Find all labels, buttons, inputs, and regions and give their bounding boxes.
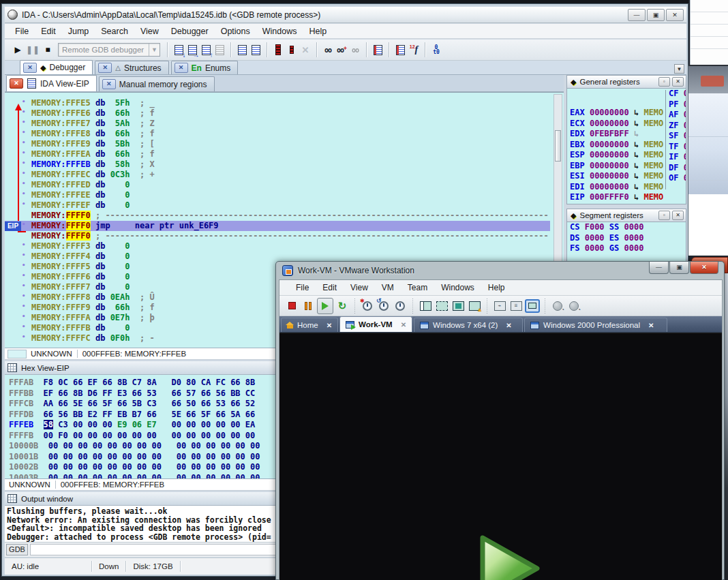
function-list-icon[interactable]: 12f: [407, 42, 421, 57]
close-tab-icon[interactable]: ✕: [10, 78, 23, 89]
segment-register-row[interactable]: FS 0000 GS 0000: [567, 243, 686, 254]
breakpoint-list-icon[interactable]: [271, 42, 285, 57]
disasm-line[interactable]: •MEMORY:FFFEC db 0C3h ; +: [5, 170, 553, 180]
flag-row[interactable]: IF 0: [669, 152, 686, 163]
module-list-icon[interactable]: [371, 42, 384, 57]
general-registers-body[interactable]: EAX 00000000 ↳ MEMOECX 00000000 ↳ MEMOED…: [566, 89, 686, 204]
close-tab-icon[interactable]: ✕: [98, 63, 112, 73]
vm-menu-item-edit[interactable]: Edit: [316, 281, 344, 294]
register-row[interactable]: EAX 00000000 ↳ MEMO: [567, 108, 686, 119]
unity-warning-icon[interactable]: [466, 298, 483, 314]
library-view-icon[interactable]: [524, 298, 541, 314]
show-sidebar-icon[interactable]: [417, 298, 434, 314]
summary-view-icon[interactable]: ≡: [508, 298, 524, 314]
open-stack-icon[interactable]: [235, 42, 249, 57]
suspend-icon[interactable]: [300, 298, 316, 314]
menu-item-view[interactable]: View: [134, 25, 165, 37]
tab-overflow-icon[interactable]: ▼: [674, 64, 684, 74]
menu-item-jump[interactable]: Jump: [62, 25, 95, 37]
play-overlay-icon[interactable]: [477, 534, 543, 580]
vm-menu-item-file[interactable]: File: [289, 281, 316, 294]
ida-titlebar[interactable]: IDA - C:\Users\Admin\AppData\Local\Temp\…: [5, 7, 686, 23]
vm-menu-item-vm[interactable]: VM: [375, 281, 401, 294]
vm-menu-item-view[interactable]: View: [344, 281, 375, 294]
register-row[interactable]: EDI 00000000 ↳ MEMO: [567, 182, 686, 193]
disasm-line[interactable]: •MEMORY:FFFE5 db 5Fh ; _: [5, 98, 553, 108]
vm-menu-item-windows[interactable]: Windows: [434, 281, 481, 294]
open-threads-icon[interactable]: [249, 42, 262, 57]
watch-icon[interactable]: oo: [321, 42, 335, 57]
disasm-line[interactable]: •MEMORY:FFFE6 db 66h ; f: [5, 108, 553, 119]
segment-list-icon[interactable]: [393, 42, 407, 57]
restore-icon[interactable]: ▣: [647, 9, 665, 21]
vm-tab-home[interactable]: Home✕: [281, 318, 338, 332]
disasm-line[interactable]: •MEMORY:FFFE9 db 5Bh ; [: [5, 139, 553, 149]
minimize-icon[interactable]: —: [628, 9, 646, 21]
vm-tab-work-vm[interactable]: Work-VM✕: [339, 316, 412, 332]
revert-snapshot-icon[interactable]: [376, 298, 392, 314]
run-until-return-icon[interactable]: [199, 42, 213, 57]
flag-row[interactable]: SF 0: [669, 131, 686, 142]
register-row[interactable]: ESP 00000000 ↳ MEMO: [567, 150, 686, 161]
disasm-line[interactable]: •MEMORY:FFFF0 jmp near ptr unk_E6F9: [5, 221, 550, 231]
vm-tab-windows-2000-professional[interactable]: Windows 2000 Professional✕: [524, 318, 667, 332]
close-tab-icon[interactable]: ✕: [102, 79, 116, 89]
register-row[interactable]: EIP 000FFFF0 ↳ MEMO: [567, 192, 686, 203]
close-panel-icon[interactable]: ✕: [672, 211, 684, 220]
snapshot-manager-icon[interactable]: [392, 298, 408, 314]
power-off-icon[interactable]: [284, 298, 300, 314]
register-row[interactable]: EBX 00000000 ↳ MEMO: [567, 140, 686, 151]
flag-row[interactable]: AF 0: [669, 110, 686, 121]
close-tab-icon[interactable]: ✕: [175, 63, 188, 73]
disasm-line[interactable]: •MEMORY:FFFE8 db 66h ; f: [5, 129, 553, 139]
continue-process-icon[interactable]: ▶: [10, 42, 25, 57]
view-tab-ida-view-eip[interactable]: ✕IDA View-EIP: [6, 75, 97, 91]
close-icon[interactable]: ✕: [690, 262, 718, 274]
close-tab-icon[interactable]: ✕: [23, 63, 37, 73]
trace-icon[interactable]: 0t0: [429, 42, 443, 57]
restore-panel-icon[interactable]: ▫: [658, 211, 670, 220]
disasm-line[interactable]: •MEMORY:FFFEB db 58h ; X: [5, 159, 553, 170]
register-row[interactable]: ESI 00000000 ↳ MEMO: [567, 171, 686, 182]
remove-watch-icon[interactable]: oo: [348, 42, 362, 57]
close-icon[interactable]: ✕: [666, 9, 684, 21]
view-tab-manual-memory-regions[interactable]: ✕Manual memory regions: [99, 76, 215, 91]
manage-teams-icon[interactable]: [549, 298, 566, 314]
disasm-line[interactable]: •MEMORY:FFFED db 0: [5, 180, 553, 190]
power-on-icon[interactable]: [316, 298, 334, 314]
vm-menu-item-team[interactable]: Team: [401, 281, 434, 294]
menu-item-options[interactable]: Options: [215, 25, 256, 37]
vm-console-screen[interactable]: [279, 333, 722, 580]
manage-vms-icon[interactable]: [566, 298, 582, 314]
close-tab-icon[interactable]: ✕: [648, 322, 654, 329]
vm-tab-windows-7-x64-2-[interactable]: Windows 7 x64 (2)✕: [414, 318, 523, 332]
step-over-icon[interactable]: [185, 42, 199, 57]
close-tab-icon[interactable]: ✕: [506, 322, 511, 329]
take-snapshot-icon[interactable]: [359, 298, 376, 314]
tab-structures[interactable]: ✕△Structures: [95, 61, 168, 74]
disasm-line[interactable]: MEMORY:FFFF0 ; -------------------------…: [5, 231, 553, 241]
vm-menu-item-help[interactable]: Help: [481, 281, 512, 294]
menu-item-help[interactable]: Help: [303, 25, 333, 37]
menu-item-windows[interactable]: Windows: [256, 25, 303, 37]
tab-debugger[interactable]: ✕◆Debugger: [20, 60, 93, 74]
disasm-line[interactable]: •MEMORY:FFFF4 db 0: [5, 251, 553, 262]
console-view-icon[interactable]: ⌁: [491, 298, 508, 314]
minimize-icon[interactable]: —: [649, 262, 669, 274]
flag-row[interactable]: CF 0: [669, 89, 686, 100]
menu-item-debugger[interactable]: Debugger: [165, 25, 215, 37]
segment-registers-titlebar[interactable]: ◆ Segment registers ▫ ✕: [566, 209, 686, 222]
menu-item-file[interactable]: File: [9, 25, 35, 37]
flag-row[interactable]: TF 0: [669, 142, 686, 153]
reset-icon[interactable]: ↻: [334, 298, 350, 314]
flag-row[interactable]: ZF 0: [669, 121, 686, 132]
menu-item-edit[interactable]: Edit: [35, 25, 62, 37]
run-to-cursor-icon[interactable]: [213, 42, 226, 57]
restore-panel-icon[interactable]: ▫: [658, 77, 670, 87]
pause-process-icon[interactable]: ❚❚: [25, 42, 40, 57]
close-tab-icon[interactable]: ✕: [401, 321, 406, 329]
flag-row[interactable]: OF 0: [669, 173, 686, 184]
general-registers-titlebar[interactable]: ◆ General registers ▫ ✕: [566, 75, 686, 89]
register-row[interactable]: ECX 00000000 ↳ MEMO: [567, 119, 686, 129]
close-panel-icon[interactable]: ✕: [672, 77, 684, 87]
